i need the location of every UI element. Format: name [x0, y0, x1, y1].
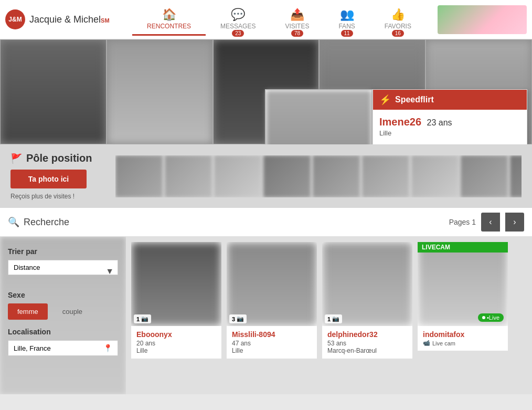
logo-area: J&M Jacquie & MichelSM [5, 9, 121, 29]
nav-tab-favoris[interactable]: 👍 FAVORIS 16 [370, 4, 426, 36]
pole-photo-3[interactable] [214, 155, 261, 197]
card-photo-bg-1 [227, 242, 317, 326]
card-name-3[interactable]: indomitafox [423, 330, 503, 339]
search-icon: 🔍 [8, 216, 19, 228]
trier-par-label: Trier par [8, 247, 118, 256]
speedflirt-city: Lille [379, 129, 520, 137]
sexe-buttons: femme couple [8, 303, 118, 320]
speedflirt-photo-overlay [265, 89, 373, 144]
card-info-1: Misslili-8094 47 ans Lille [227, 326, 317, 359]
visites-badge: 78 [291, 30, 303, 37]
card-age-0: 20 ans [136, 340, 216, 347]
search-title: Recherche [24, 217, 449, 228]
nav-label-visites: VISITES [285, 23, 309, 30]
speedflirt-body: Imene26 23 ans Lille Elle vous plaît ? ✕… [373, 110, 527, 144]
fans-icon: 👥 [340, 8, 354, 22]
card-livecam-sub: 📹 Live cam [423, 340, 503, 346]
card-info-0: Ebooonyx 20 ans Lille [131, 326, 221, 359]
card-info-3: indomitafox 📹 Live cam [418, 326, 508, 351]
pole-photo-8[interactable] [461, 155, 508, 197]
pole-title: 🚩 Pôle position [10, 152, 108, 164]
bolt-icon: ⚡ [379, 94, 391, 106]
main-content: Trier par Distance ▼ Sexe femme couple L… [0, 237, 532, 394]
pole-photo-9[interactable] [510, 155, 522, 197]
pole-photo-4[interactable] [263, 155, 311, 197]
pages-label: Pages 1 [449, 218, 476, 226]
blurred-photo-1 [1, 40, 106, 144]
card-name-0[interactable]: Ebooonyx [136, 330, 216, 339]
livecam-sub-text: Live cam [432, 340, 455, 346]
livecam-sub-icon: 📹 [423, 340, 430, 346]
speedflirt-age: 23 ans [427, 118, 452, 127]
card-age-1: 47 ans [232, 340, 312, 347]
location-input-wrap: 📍 [8, 340, 118, 356]
nav-tab-visites[interactable]: 📤 VISITES 78 [270, 4, 324, 36]
profile-card-3[interactable]: LIVECAM •Live indomitafox 📹 Live cam [418, 242, 508, 351]
sexe-couple-button[interactable]: couple [53, 303, 92, 320]
live-dot [482, 316, 485, 319]
card-badge-0: 1 📷 [134, 314, 151, 323]
flag-icon: 🚩 [10, 153, 22, 164]
logo-icon: J&M [5, 9, 25, 29]
badge-icon-2: 📷 [332, 316, 339, 322]
pages-area: Pages 1 ‹ › [449, 213, 524, 232]
pole-photos [115, 155, 522, 197]
trier-par-select[interactable]: Distance [8, 260, 118, 275]
profile-cards-area: 1 📷 Ebooonyx 20 ans Lille 3 📷 Misslili-8… [126, 237, 532, 394]
pole-photo-button[interactable]: Ta photo ici [10, 170, 87, 188]
pole-photo-1[interactable] [115, 155, 163, 197]
localisation-label: Localisation [8, 328, 118, 336]
sidebar: Trier par Distance ▼ Sexe femme couple L… [0, 237, 126, 394]
logo-text: Jacquie & MichelSM [29, 14, 110, 25]
badge-icon-0: 📷 [141, 316, 148, 322]
nav-tab-fans[interactable]: 👥 FANS 11 [324, 4, 369, 36]
badge-num-1: 3 [232, 316, 235, 322]
card-badge-2: 1 📷 [325, 314, 342, 323]
visites-icon: 📤 [290, 8, 304, 22]
pole-photo-6[interactable] [362, 155, 409, 197]
favoris-icon: 👍 [391, 8, 405, 22]
pole-photo-2[interactable] [165, 155, 212, 197]
nav-tab-rencontres[interactable]: 🏠 RENCONTRES [132, 4, 206, 36]
location-input[interactable] [14, 344, 103, 352]
nav-label-messages: MESSAGES [220, 23, 256, 30]
logo-sm: SM [101, 17, 110, 24]
speedflirt-header: ⚡ Speedflirt [373, 90, 527, 110]
sidebar-filters: Trier par Distance ▼ Sexe femme couple L… [8, 247, 118, 356]
speedflirt-title: Speedflirt [395, 95, 434, 104]
pole-left: 🚩 Pôle position Ta photo ici Reçois plus… [10, 152, 108, 200]
speedflirt-user-name-age: Imene26 23 ans [379, 116, 520, 128]
card-info-2: delphinedor32 53 ans Marcq-en-Barœul [322, 326, 412, 359]
banner-photo-1[interactable] [0, 39, 107, 144]
pole-position-section: 🚩 Pôle position Ta photo ici Reçois plus… [0, 144, 532, 208]
speedflirt-panel: ⚡ Speedflirt Imene26 23 ans Lille Elle v… [373, 89, 527, 144]
card-badge-1: 3 📷 [229, 314, 247, 323]
card-name-1[interactable]: Misslili-8094 [232, 330, 312, 339]
sexe-label: Sexe [8, 291, 118, 299]
fans-badge: 11 [341, 30, 353, 37]
profile-card-1[interactable]: 3 📷 Misslili-8094 47 ans Lille [227, 242, 317, 359]
nav-tab-messages[interactable]: 💬 MESSAGES 23 [206, 4, 270, 36]
nav-label-favoris: FAVORIS [385, 23, 411, 30]
speedflirt-username[interactable]: Imene26 [379, 116, 421, 128]
pole-title-text: Pôle position [26, 152, 92, 164]
pole-photo-7[interactable] [411, 155, 459, 197]
trier-par-wrapper: Distance ▼ [8, 260, 118, 283]
card-photo-3: LIVECAM •Live [418, 242, 508, 326]
banner-photo-2[interactable] [107, 39, 213, 144]
profile-card-2[interactable]: 1 📷 delphinedor32 53 ans Marcq-en-Barœul [322, 242, 412, 359]
card-city-1: Lille [232, 347, 312, 354]
pole-photo-5[interactable] [313, 155, 360, 197]
banner: ⚡ Speedflirt Imene26 23 ans Lille Elle v… [0, 39, 532, 144]
sexe-femme-button[interactable]: femme [8, 303, 48, 320]
card-photo-2: 1 📷 [322, 242, 412, 326]
card-name-2[interactable]: delphinedor32 [327, 330, 407, 339]
speedflirt-photo [266, 90, 371, 144]
profile-card-0[interactable]: 1 📷 Ebooonyx 20 ans Lille [131, 242, 221, 359]
card-photo-bg-0 [131, 242, 221, 326]
next-page-button[interactable]: › [505, 213, 524, 232]
prev-page-button[interactable]: ‹ [481, 213, 500, 232]
user-avatar-header[interactable] [438, 5, 527, 34]
nav-label-rencontres: RENCONTRES [147, 23, 191, 30]
favoris-badge: 16 [392, 30, 404, 37]
